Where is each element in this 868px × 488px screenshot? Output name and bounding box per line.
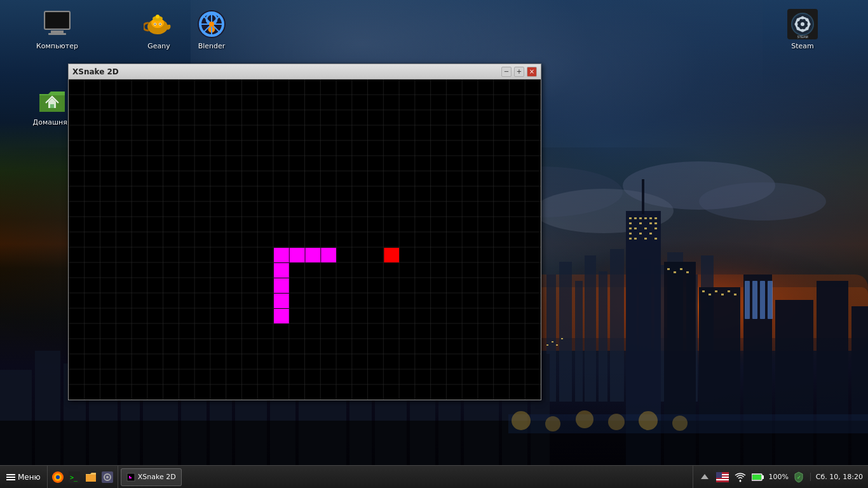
svg-rect-147 — [129, 476, 130, 477]
svg-rect-17 — [627, 268, 637, 402]
svg-text:STEAM: STEAM — [797, 35, 808, 39]
svg-point-105 — [156, 15, 159, 18]
svg-rect-64 — [654, 227, 657, 229]
svg-point-93 — [545, 416, 560, 431]
window-minimize-button[interactable]: − — [501, 67, 512, 77]
svg-rect-119 — [50, 104, 54, 108]
svg-text:>_: >_ — [70, 474, 78, 482]
svg-rect-14 — [585, 255, 596, 402]
window-maximize-button[interactable]: + — [514, 67, 524, 77]
svg-rect-60 — [654, 222, 657, 224]
desktop-icon-geany[interactable]: Geany — [133, 6, 184, 53]
taskbar-terminal-button[interactable]: >_ — [67, 470, 82, 485]
svg-point-128 — [806, 18, 809, 22]
xsnake-title: XSnake 2D — [72, 67, 119, 76]
desktop-icon-steam[interactable]: STEAM Steam — [777, 6, 828, 53]
svg-rect-84 — [728, 290, 730, 292]
taskbar-xsnake-button[interactable]: XSnake 2D — [121, 468, 182, 486]
svg-rect-74 — [556, 344, 558, 346]
svg-rect-76 — [667, 268, 670, 270]
taskbar-menu-button[interactable]: Меню — [0, 466, 48, 488]
svg-rect-81 — [709, 294, 711, 295]
svg-rect-152 — [716, 479, 729, 480]
taskbar-filemanager-button[interactable] — [83, 470, 98, 485]
svg-rect-71 — [654, 238, 657, 240]
svg-point-118 — [209, 22, 214, 27]
taskbar-clock[interactable]: Сб. 10, 18:20 — [810, 473, 868, 481]
taskbar-quick-launch: >_ — [48, 466, 118, 488]
svg-rect-58 — [639, 222, 642, 224]
svg-rect-18 — [639, 259, 651, 402]
svg-rect-73 — [552, 341, 553, 342]
svg-rect-157 — [752, 475, 761, 480]
svg-rect-79 — [686, 271, 689, 273]
taskbar-apps: XSnake 2D — [118, 466, 693, 488]
svg-point-139 — [56, 475, 60, 479]
xsnake-taskbar-label: XSnake 2D — [138, 473, 176, 481]
svg-rect-90 — [0, 421, 868, 465]
svg-rect-56 — [654, 217, 657, 219]
taskbar-firefox-button[interactable] — [50, 470, 65, 485]
svg-rect-42 — [626, 211, 661, 465]
svg-rect-20 — [667, 252, 683, 402]
home-folder-icon — [37, 85, 67, 116]
svg-rect-43 — [626, 211, 661, 465]
svg-rect-55 — [649, 217, 652, 219]
svg-point-108 — [154, 24, 156, 25]
taskbar-settings-button[interactable] — [100, 470, 115, 485]
svg-rect-136 — [6, 479, 15, 480]
svg-rect-16 — [610, 249, 624, 402]
game-canvas — [69, 79, 541, 400]
svg-point-130 — [806, 27, 809, 30]
blender-icon-label: Blender — [189, 42, 234, 50]
svg-rect-65 — [629, 233, 632, 234]
taskbar: Меню >_ — [0, 465, 868, 488]
svg-rect-72 — [546, 344, 548, 346]
svg-rect-46 — [699, 287, 740, 465]
xsnake-window-controls: − + × — [501, 67, 537, 77]
desktop: Компьютер Geany — [0, 0, 868, 488]
battery-percent: 100% — [768, 473, 788, 481]
desktop-icon-computer[interactable]: Компьютер — [32, 6, 83, 53]
arrow-up-icon — [700, 473, 709, 482]
svg-rect-101 — [48, 33, 66, 35]
menu-icon — [6, 473, 15, 482]
svg-rect-44 — [642, 179, 644, 214]
systray-network-button[interactable] — [715, 470, 730, 485]
svg-point-144 — [106, 476, 109, 478]
xsnake-titlebar: XSnake 2D − + × — [69, 64, 541, 79]
svg-rect-53 — [639, 217, 642, 219]
svg-rect-61 — [629, 227, 632, 229]
svg-marker-148 — [701, 474, 709, 479]
systray-wifi-button[interactable] — [733, 470, 748, 485]
geany-icon — [144, 9, 174, 39]
svg-rect-22 — [701, 255, 714, 402]
svg-rect-59 — [649, 222, 652, 224]
systray-security-button[interactable]: ✓ — [791, 470, 806, 485]
svg-rect-85 — [734, 294, 736, 295]
svg-rect-80 — [702, 290, 705, 292]
menu-label: Меню — [18, 473, 41, 482]
systray-battery-button[interactable] — [750, 470, 766, 485]
svg-rect-88 — [760, 281, 765, 319]
svg-rect-62 — [634, 227, 637, 229]
svg-rect-89 — [768, 281, 773, 319]
systray-show-hidden-button[interactable] — [697, 470, 712, 485]
svg-rect-19 — [654, 265, 664, 402]
xsnake-window: XSnake 2D − + × — [68, 64, 541, 400]
computer-icon-label: Компьютер — [34, 42, 80, 50]
svg-rect-75 — [561, 338, 563, 339]
svg-rect-68 — [629, 238, 632, 240]
svg-rect-100 — [51, 30, 64, 33]
svg-rect-52 — [634, 217, 637, 219]
svg-rect-70 — [644, 238, 647, 240]
svg-rect-91 — [508, 414, 868, 433]
shield-icon: ✓ — [794, 471, 804, 483]
desktop-icon-blender[interactable]: Blender — [186, 6, 237, 53]
svg-rect-77 — [674, 271, 676, 273]
svg-rect-54 — [644, 217, 647, 219]
svg-point-126 — [808, 23, 811, 26]
svg-point-97 — [672, 416, 688, 431]
steam-icon: STEAM — [787, 9, 818, 39]
window-close-button[interactable]: × — [527, 67, 537, 77]
